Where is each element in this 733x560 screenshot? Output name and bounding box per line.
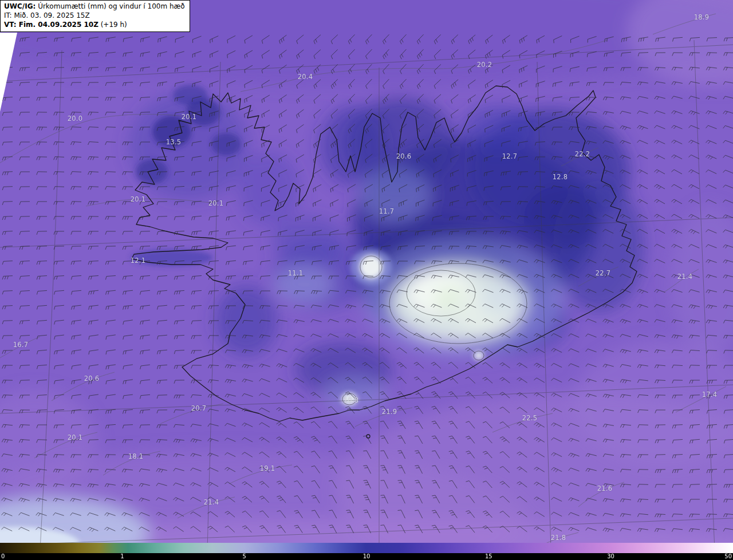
product-brand: UWC/IG:: [4, 2, 36, 10]
precip-blob: [341, 393, 357, 405]
init-time-line: IT: Mið. 03. 09. 2025 15Z: [4, 11, 185, 21]
precip-blob: [211, 133, 241, 156]
valid-time-line: VT: Fim. 04.09.2025 10Z (+19 h): [4, 21, 185, 30]
title-box: UWC/IG: Úrkomumætti (mm) og vindur í 100…: [0, 0, 190, 32]
valid-offset: (+19 h): [101, 21, 127, 29]
colorbar-tick-label: 0: [1, 553, 5, 560]
precip-blob: [272, 216, 346, 265]
product-name: Úrkomumætti (mm) og vindur í 100m hæð: [38, 2, 185, 10]
product-title-line: UWC/IG: Úrkomumætti (mm) og vindur í 100…: [4, 2, 185, 11]
precip-blob: [152, 116, 191, 148]
precip-blob: [131, 249, 213, 266]
precip-blob: [481, 282, 529, 316]
colorbar-tick-label: 10: [363, 553, 371, 560]
colorbar-tick-label: 5: [242, 553, 246, 560]
precip-blob: [173, 85, 207, 105]
colorbar-tick-label: 15: [485, 553, 492, 560]
colorbar-tick-label: 1: [120, 553, 124, 560]
colorbar-tick-label: 30: [607, 553, 614, 560]
colorbar-gradient: [0, 543, 733, 553]
precip-blob: [274, 266, 333, 303]
weather-map-stage: 18.920.220.420.020.113.520.612.722.212.8…: [0, 0, 733, 560]
colorbar: 01510153050: [0, 543, 733, 560]
weather-map: [0, 0, 733, 560]
colorbar-tick-label: 50: [724, 553, 732, 560]
valid-time: VT: Fim. 04.09.2025 10Z: [4, 21, 98, 29]
colorbar-tick-strip: 01510153050: [0, 553, 733, 560]
